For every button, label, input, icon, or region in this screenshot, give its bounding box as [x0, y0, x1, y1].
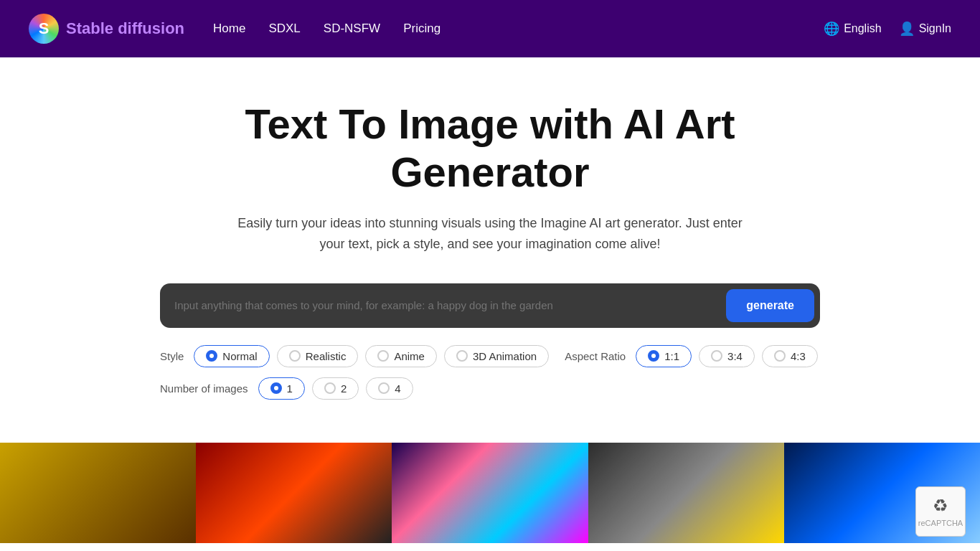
logo-icon: S: [29, 14, 59, 44]
nav-sdnsfw[interactable]: SD-NSFW: [324, 22, 380, 36]
input-bar: generate: [160, 283, 820, 328]
nav-sdxl[interactable]: SDXL: [268, 22, 300, 36]
style-option-realistic[interactable]: Realistic: [277, 345, 359, 367]
num-images-row: Number of images 1 2 4: [160, 377, 820, 400]
num-radio-2: [324, 382, 336, 394]
gallery-item-4: [588, 443, 784, 543]
recaptcha-label: reCAPTCHA: [918, 519, 963, 527]
num-radio-4: [378, 382, 390, 394]
num-option-4[interactable]: 4: [366, 377, 413, 400]
gallery-item-3: [392, 443, 588, 543]
generate-button[interactable]: generate: [726, 289, 814, 322]
hero-subtitle: Easily turn your ideas into stunning vis…: [232, 213, 748, 255]
style-option-3d-animation[interactable]: 3D Animation: [444, 345, 549, 367]
style-row: Style Normal Realistic Anime 3D Animatio…: [160, 345, 820, 367]
aspect-radio-4-3: [774, 350, 786, 362]
nav-pricing[interactable]: Pricing: [403, 22, 440, 36]
recaptcha-icon: ♻: [933, 496, 948, 516]
person-icon: 👤: [899, 21, 915, 37]
nav-links: Home SDXL SD-NSFW Pricing: [213, 22, 440, 36]
prompt-input[interactable]: [174, 299, 726, 311]
style-radio-realistic: [289, 350, 301, 362]
style-option-normal[interactable]: Normal: [194, 345, 269, 367]
logo-text: Stable diffusion: [66, 19, 184, 38]
style-radio-3d: [456, 350, 468, 362]
nav-right: 🌐 English 👤 SignIn: [824, 21, 951, 37]
gallery-item-2: [196, 443, 392, 543]
hero-title: Text To Image with AI Art Generator: [221, 100, 759, 196]
language-button[interactable]: 🌐 English: [824, 21, 881, 37]
num-images-label: Number of images: [160, 382, 248, 395]
signin-button[interactable]: 👤 SignIn: [899, 21, 951, 37]
gallery: [0, 443, 980, 543]
recaptcha-badge: ♻ reCAPTCHA: [915, 486, 966, 537]
nav-left: S Stable diffusion Home SDXL SD-NSFW Pri…: [29, 14, 440, 44]
navbar: S Stable diffusion Home SDXL SD-NSFW Pri…: [0, 0, 980, 57]
globe-icon: 🌐: [824, 21, 839, 37]
style-option-anime[interactable]: Anime: [365, 345, 437, 367]
aspect-option-4-3[interactable]: 4:3: [762, 345, 818, 367]
aspect-option-1-1[interactable]: 1:1: [636, 345, 692, 367]
nav-home[interactable]: Home: [213, 22, 245, 36]
aspect-ratio-label: Aspect Ratio: [565, 350, 626, 362]
logo[interactable]: S Stable diffusion: [29, 14, 184, 44]
aspect-radio-3-4: [711, 350, 722, 362]
num-option-2[interactable]: 2: [312, 377, 359, 400]
gallery-item-1: [0, 443, 196, 543]
hero-section: Text To Image with AI Art Generator Easi…: [0, 57, 980, 443]
aspect-radio-1-1: [648, 350, 659, 362]
num-option-1[interactable]: 1: [258, 377, 305, 400]
style-radio-normal: [206, 350, 217, 362]
aspect-option-3-4[interactable]: 3:4: [699, 345, 755, 367]
num-radio-1: [270, 382, 282, 394]
style-label: Style: [160, 350, 184, 362]
style-radio-anime: [377, 350, 389, 362]
